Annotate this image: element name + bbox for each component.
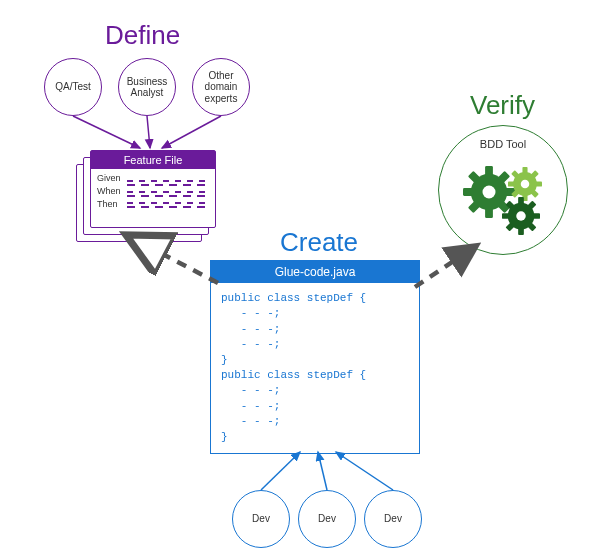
glue-code-header: Glue-code.java bbox=[211, 261, 419, 283]
gears-icon bbox=[453, 154, 553, 244]
role-dev-3: Dev bbox=[364, 490, 422, 548]
role-domain-experts: Other domain experts bbox=[192, 58, 250, 116]
svg-line-17 bbox=[415, 250, 470, 287]
glue-code-panel: Glue-code.java public class stepDef { - … bbox=[210, 260, 420, 454]
role-dev-2: Dev bbox=[298, 490, 356, 548]
role-business-analyst: Business Analyst bbox=[118, 58, 176, 116]
svg-line-15 bbox=[336, 452, 393, 490]
gwt-when: When bbox=[97, 186, 121, 196]
svg-line-14 bbox=[318, 452, 327, 490]
svg-line-12 bbox=[162, 116, 221, 148]
bdd-tool-circle: BDD Tool bbox=[438, 125, 568, 255]
svg-line-16 bbox=[130, 237, 218, 283]
feature-file-header: Feature File bbox=[91, 151, 215, 169]
svg-line-13 bbox=[261, 452, 300, 490]
role-dev-1: Dev bbox=[232, 490, 290, 548]
role-qa-test: QA/Test bbox=[44, 58, 102, 116]
section-title-define: Define bbox=[105, 20, 180, 51]
svg-line-10 bbox=[73, 116, 140, 148]
gwt-given: Given bbox=[97, 173, 121, 183]
svg-line-11 bbox=[147, 116, 150, 148]
feature-file-stack: Feature File Given When Then bbox=[76, 150, 216, 242]
gwt-then: Then bbox=[97, 199, 121, 209]
bdd-tool-label: BDD Tool bbox=[480, 138, 526, 150]
section-title-verify: Verify bbox=[470, 90, 535, 121]
glue-code-body: public class stepDef { - - -; - - -; - -… bbox=[211, 283, 419, 453]
section-title-create: Create bbox=[280, 227, 358, 258]
